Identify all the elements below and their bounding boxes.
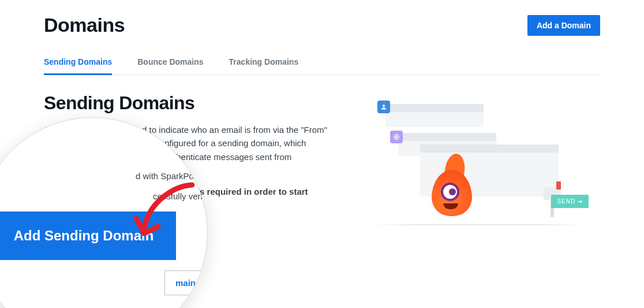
tab-bounce-domains[interactable]: Bounce Domains	[137, 53, 203, 75]
zoom-text-fragment-b: cessfully verified.	[153, 191, 193, 201]
sending-domains-docs-button-zoom[interactable]: mains Documentation	[164, 270, 208, 295]
page-title: Domains	[44, 14, 125, 36]
svg-point-0	[383, 105, 385, 107]
section-title: Sending Domains	[44, 92, 332, 114]
tab-tracking-domains[interactable]: Tracking Domains	[229, 53, 299, 75]
add-domain-button[interactable]: Add a Domain	[527, 15, 600, 36]
domain-tabs: Sending Domains Bounce Domains Tracking …	[44, 53, 600, 75]
zoom-text-fragment-a: d with SparkPost.	[136, 171, 193, 181]
tab-sending-domains[interactable]: Sending Domains	[44, 53, 112, 75]
add-sending-domain-button[interactable]: Add Sending Domain	[0, 211, 176, 260]
sparkpost-mascot-icon	[426, 157, 478, 221]
globe-icon	[390, 131, 403, 143]
sending-domains-illustration: SEND ➜	[374, 104, 582, 237]
user-icon	[377, 101, 390, 113]
send-badge: SEND ➜	[551, 195, 589, 208]
